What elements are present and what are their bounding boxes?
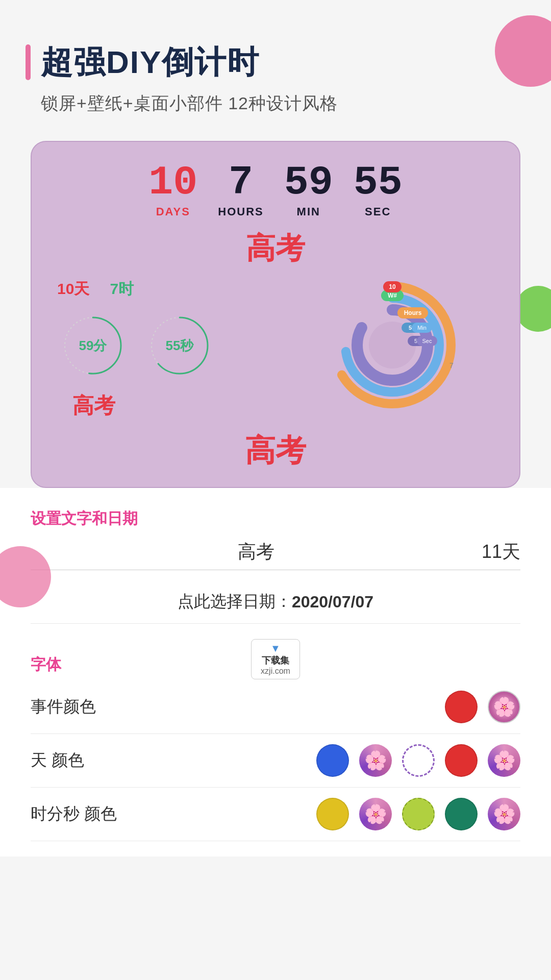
sec-label: SEC — [365, 205, 391, 218]
time-color-pattern1[interactable]: 🌸 — [359, 798, 392, 830]
day-color-red[interactable] — [445, 744, 478, 777]
day-color-blue[interactable] — [316, 744, 349, 777]
svg-text:7: 7 — [449, 361, 454, 370]
event-color-row: 事件颜色 🌸 — [31, 680, 520, 734]
event-input-row[interactable]: 11天 — [31, 540, 520, 570]
widget-row: 10天 7时 59分 — [47, 279, 504, 420]
day-color-options: 🌸 🌸 — [316, 744, 520, 777]
days-value: 10 — [148, 162, 197, 203]
date-value: 2020/07/07 — [292, 593, 373, 611]
left-days-value: 10天 — [57, 279, 89, 300]
min-value: 59 — [284, 162, 333, 203]
min-unit: 59 MIN — [284, 162, 333, 218]
hours-label: HOURS — [218, 205, 263, 218]
minutes-dial-text: 59分 — [79, 337, 107, 355]
svg-text:10: 10 — [389, 283, 396, 290]
days-unit: 10 DAYS — [148, 162, 197, 218]
watermark-text-line2: xzji.com — [261, 667, 290, 676]
svg-text:Sec: Sec — [422, 338, 432, 344]
bg-decoration-green — [515, 286, 551, 332]
day-color-row: 天 颜色 🌸 🌸 — [31, 734, 520, 788]
seconds-dial: 55秒 — [144, 310, 215, 381]
minutes-dial: 59分 — [57, 310, 129, 381]
time-color-pattern2[interactable]: 🌸 — [488, 798, 520, 830]
min-label: MIN — [297, 205, 320, 218]
date-selector-label: 点此选择日期： — [178, 591, 292, 613]
sec-unit: 55 SEC — [354, 162, 403, 218]
event-name-input[interactable] — [31, 542, 482, 563]
app-title: 超强DIY倒计时 — [41, 41, 260, 84]
sec-value: 55 — [354, 162, 403, 203]
settings-section-title: 设置文字和日期 — [31, 508, 520, 529]
event-title-bottom: 高考 — [47, 430, 504, 472]
days-label: DAYS — [156, 205, 190, 218]
header-accent-bar — [26, 44, 31, 80]
left-widget: 10天 7时 59分 — [47, 279, 281, 420]
header: 超强DIY倒计时 锁屏+壁纸+桌面小部件 12种设计风格 — [0, 0, 551, 131]
app-subtitle: 锁屏+壁纸+桌面小部件 12种设计风格 — [41, 92, 525, 115]
event-title-left: 高考 — [72, 391, 115, 420]
settings-panel: 设置文字和日期 11天 点此选择日期： 2020/07/07 — [0, 488, 551, 639]
day-color-white[interactable] — [402, 744, 435, 777]
event-title-top: 高考 — [47, 229, 504, 268]
event-color-pattern[interactable]: 🌸 — [488, 691, 520, 723]
seconds-dial-text: 55秒 — [166, 337, 194, 355]
svg-text:W#: W# — [388, 292, 397, 299]
event-color-options: 🌸 — [445, 691, 520, 723]
event-color-red[interactable] — [445, 691, 478, 723]
time-color-teal[interactable] — [445, 798, 478, 830]
time-color-options: 🌸 🌸 — [316, 798, 520, 830]
date-selector-row[interactable]: 点此选择日期： 2020/07/07 — [31, 580, 520, 624]
event-color-label: 事件颜色 — [31, 696, 445, 718]
watermark-text-line1: 下载集 — [262, 654, 289, 667]
time-color-yellow[interactable] — [316, 798, 349, 830]
watermark-icon: ▼ — [270, 643, 281, 654]
hours-value: 7 — [229, 162, 253, 203]
svg-text:Min: Min — [417, 325, 427, 331]
digital-countdown: 10 DAYS 7 HOURS 59 MIN 55 SEC — [47, 162, 504, 218]
left-hours-value: 7时 — [110, 279, 134, 300]
days-count-label: 11天 — [482, 540, 520, 565]
time-color-label: 时分秒 颜色 — [31, 803, 316, 825]
hours-unit: 7 HOURS — [218, 162, 263, 218]
day-color-pattern1[interactable]: 🌸 — [359, 744, 392, 777]
watermark: ▼ 下载集 xzji.com — [251, 639, 300, 679]
time-color-row: 时分秒 颜色 🌸 🌸 — [31, 788, 520, 841]
top-values: 10天 7时 — [57, 279, 134, 300]
svg-text:Hours: Hours — [404, 309, 422, 316]
donut-chart: W# 10 Hours 59 Min 55 — [326, 279, 459, 411]
time-color-green[interactable] — [402, 798, 435, 830]
preview-card: 10 DAYS 7 HOURS 59 MIN 55 SEC 高考 10天 7时 — [31, 141, 520, 488]
day-color-label: 天 颜色 — [31, 749, 316, 772]
dial-row: 59分 55秒 — [57, 310, 215, 381]
right-widget: W# 10 Hours 59 Min 55 — [281, 279, 504, 411]
day-color-pattern2[interactable]: 🌸 — [488, 744, 520, 777]
